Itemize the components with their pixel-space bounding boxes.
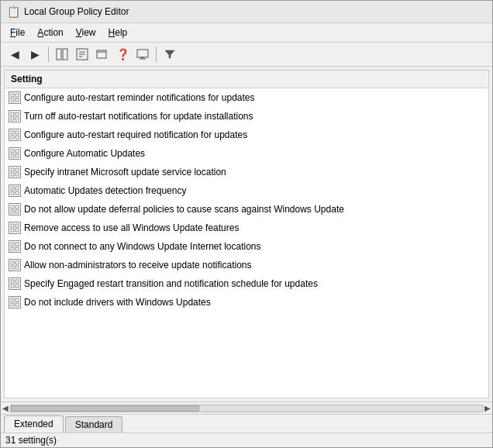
svg-rect-15 — [11, 98, 14, 102]
svg-rect-51 — [11, 266, 14, 269]
list-item-text: Automatic Updates detection frequency — [24, 185, 186, 196]
menu-file[interactable]: File — [4, 25, 31, 40]
list-item[interactable]: Automatic Updates detection frequency — [5, 181, 488, 200]
svg-rect-31 — [11, 173, 14, 176]
svg-rect-53 — [11, 280, 14, 283]
tab-extended[interactable]: Extended — [4, 415, 64, 432]
toolbar-sep-1 — [48, 47, 49, 62]
h-scroll-thumb[interactable] — [11, 405, 199, 412]
list-item[interactable]: Configure auto-restart required notifica… — [5, 126, 488, 144]
list-item[interactable]: Allow non-administrators to receive upda… — [5, 256, 488, 274]
list-item[interactable]: Specify Engaged restart transition and n… — [5, 274, 488, 293]
forward-button[interactable]: ▶ — [26, 45, 44, 64]
menu-view-label: View — [76, 27, 96, 38]
window-title: Local Group Policy Editor — [24, 6, 129, 17]
list-item-text: Specify intranet Microsoft update servic… — [24, 167, 226, 177]
policy-icon — [9, 147, 21, 160]
svg-rect-30 — [16, 168, 19, 171]
svg-rect-0 — [57, 49, 61, 60]
list-item[interactable]: Turn off auto-restart notifications for … — [5, 107, 488, 126]
h-scroll-left[interactable]: ◀ — [2, 404, 9, 412]
back-button[interactable]: ◀ — [5, 45, 24, 64]
list-item[interactable]: Do not include drivers with Windows Upda… — [5, 293, 488, 312]
filter-button[interactable] — [160, 45, 179, 64]
svg-rect-49 — [11, 261, 14, 264]
svg-rect-18 — [16, 112, 19, 115]
svg-rect-13 — [11, 94, 14, 97]
list-item-text: Remove access to use all Windows Update … — [24, 222, 239, 233]
svg-rect-39 — [11, 210, 14, 213]
svg-rect-56 — [16, 284, 19, 288]
list-item-text: Specify Engaged restart transition and n… — [24, 278, 318, 289]
list-item[interactable]: Do not allow update deferral policies to… — [5, 200, 488, 219]
svg-rect-50 — [16, 261, 19, 264]
svg-rect-60 — [16, 303, 19, 306]
horizontal-scrollbar[interactable]: ◀ ▶ — [1, 401, 492, 414]
policy-icon — [9, 110, 21, 122]
svg-rect-34 — [16, 187, 19, 190]
svg-rect-1 — [63, 49, 67, 60]
list-item[interactable]: Remove access to use all Windows Update … — [5, 219, 488, 237]
list-pane: Setting Configure auto-restart reminder … — [4, 70, 489, 398]
tab-standard[interactable]: Standard — [65, 416, 123, 432]
computer-button[interactable] — [133, 45, 152, 64]
svg-rect-47 — [11, 247, 14, 250]
svg-rect-59 — [11, 303, 14, 306]
policy-icon — [9, 203, 21, 215]
policy-icon — [9, 222, 21, 234]
svg-rect-35 — [11, 191, 14, 195]
list-item[interactable]: Configure auto-restart reminder notifica… — [5, 88, 488, 107]
list-item-text: Configure auto-restart reminder notifica… — [24, 92, 255, 103]
list-item-text: Do not include drivers with Windows Upda… — [24, 297, 211, 308]
tab-standard-label: Standard — [75, 419, 113, 430]
svg-rect-46 — [16, 243, 19, 246]
svg-rect-37 — [11, 205, 14, 208]
list-item[interactable]: Specify intranet Microsoft update servic… — [5, 163, 488, 181]
title-bar: 📋 Local Group Policy Editor — [1, 1, 492, 23]
new-window-button[interactable] — [93, 45, 112, 64]
list-item[interactable]: Do not connect to any Windows Update Int… — [5, 237, 488, 256]
svg-rect-42 — [16, 224, 19, 227]
svg-rect-19 — [11, 117, 14, 120]
bottom-area: ◀ ▶ Extended Standard 31 setting(s) — [1, 401, 492, 447]
toolbar: ◀ ▶ ❓ — [1, 43, 492, 67]
svg-rect-25 — [11, 150, 14, 153]
svg-rect-16 — [16, 98, 19, 102]
policy-icon — [9, 184, 21, 197]
menu-help[interactable]: Help — [102, 25, 134, 40]
svg-rect-57 — [11, 298, 14, 302]
list-item-text: Configure auto-restart required notifica… — [24, 129, 247, 140]
policy-icon — [9, 166, 21, 178]
list-item[interactable]: Configure Automatic Updates — [5, 144, 488, 163]
h-scroll-track[interactable] — [10, 405, 483, 412]
main-content: Setting Configure auto-restart reminder … — [1, 67, 492, 401]
menu-action[interactable]: Action — [31, 25, 69, 40]
svg-rect-48 — [16, 247, 19, 250]
app-icon: 📋 — [7, 5, 19, 18]
main-window: 📋 Local Group Policy Editor File Action … — [0, 0, 493, 448]
svg-rect-36 — [16, 191, 19, 195]
svg-rect-21 — [11, 131, 14, 134]
svg-rect-23 — [11, 136, 14, 139]
svg-rect-43 — [11, 229, 14, 232]
setting-column-header: Setting — [11, 74, 43, 84]
svg-rect-55 — [11, 284, 14, 288]
svg-rect-44 — [16, 229, 19, 232]
menu-bar: File Action View Help — [1, 23, 492, 43]
list-header: Setting — [5, 71, 488, 88]
svg-rect-17 — [11, 112, 14, 115]
svg-rect-32 — [16, 173, 19, 176]
svg-rect-41 — [11, 224, 14, 227]
show-hide-button[interactable] — [53, 45, 71, 64]
menu-view[interactable]: View — [70, 25, 102, 40]
h-scroll-right[interactable]: ▶ — [484, 404, 491, 412]
list-body[interactable]: Configure auto-restart reminder notifica… — [5, 88, 488, 398]
policy-icon — [9, 91, 21, 104]
svg-rect-14 — [16, 94, 19, 97]
policy-icon — [9, 259, 21, 271]
list-item-text: Turn off auto-restart notifications for … — [24, 111, 253, 122]
help-button[interactable]: ❓ — [113, 45, 132, 64]
svg-rect-33 — [11, 187, 14, 190]
properties-button[interactable] — [73, 45, 91, 64]
svg-rect-27 — [11, 154, 14, 157]
